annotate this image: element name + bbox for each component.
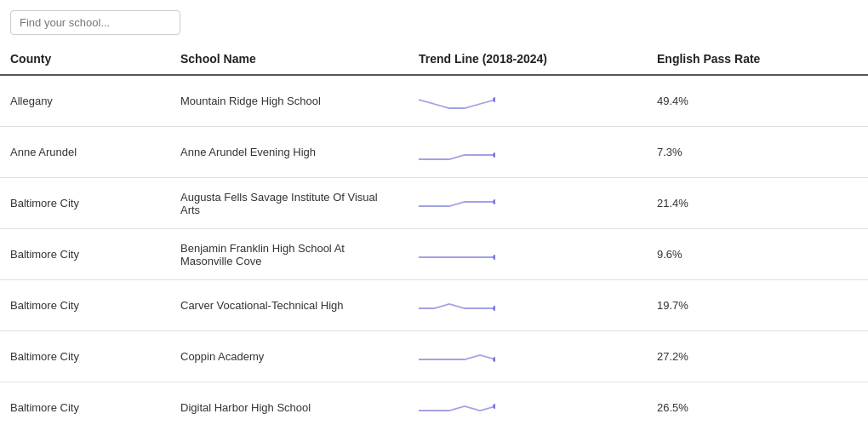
cell-rate: 19.7% — [647, 280, 868, 331]
cell-school: Benjamin Franklin High School At Masonvi… — [170, 229, 408, 280]
table-row: Baltimore CityAugusta Fells Savage Insti… — [0, 178, 868, 229]
trend-line-chart — [419, 292, 495, 319]
table-row: Baltimore CityCoppin Academy 27.2% — [0, 331, 868, 382]
table-header-row: County School Name Trend Line (2018-2024… — [0, 43, 868, 75]
column-header-county: County — [0, 43, 170, 75]
cell-school: Anne Arundel Evening High — [170, 127, 408, 178]
cell-county: Anne Arundel — [0, 127, 170, 178]
cell-county: Allegany — [0, 75, 170, 127]
cell-rate: 9.6% — [647, 229, 868, 280]
cell-school: Coppin Academy — [170, 331, 408, 382]
cell-school: Mountain Ridge High School — [170, 75, 408, 127]
cell-rate: 49.4% — [647, 75, 868, 127]
cell-rate: 7.3% — [647, 127, 868, 178]
table-row: Baltimore CityDigital Harbor High School… — [0, 382, 868, 432]
data-table-wrapper: County School Name Trend Line (2018-2024… — [0, 43, 868, 431]
table-row: Anne ArundelAnne Arundel Evening High 7.… — [0, 127, 868, 178]
cell-rate: 21.4% — [647, 178, 868, 229]
cell-rate: 27.2% — [647, 331, 868, 382]
cell-trend — [408, 382, 647, 432]
svg-point-3 — [493, 255, 495, 260]
svg-point-6 — [493, 404, 495, 409]
svg-point-1 — [493, 152, 495, 158]
cell-rate: 26.5% — [647, 382, 868, 432]
search-input[interactable] — [10, 10, 180, 35]
svg-point-0 — [493, 97, 495, 102]
svg-point-5 — [493, 357, 495, 362]
column-header-school: School Name — [170, 43, 408, 75]
column-header-rate: English Pass Rate — [647, 43, 868, 75]
search-container — [0, 0, 868, 43]
trend-line-chart — [419, 394, 495, 421]
cell-trend — [408, 127, 647, 178]
cell-trend — [408, 280, 647, 331]
trend-line-chart — [419, 343, 495, 370]
cell-county: Baltimore City — [0, 229, 170, 280]
svg-point-2 — [493, 199, 495, 204]
table-row: Baltimore CityCarver Vocational-Technica… — [0, 280, 868, 331]
cell-school: Augusta Fells Savage Institute Of Visual… — [170, 178, 408, 229]
cell-trend — [408, 75, 647, 127]
cell-trend — [408, 229, 647, 280]
cell-county: Baltimore City — [0, 280, 170, 331]
table-row: AlleganyMountain Ridge High School 49.4% — [0, 75, 868, 127]
cell-trend — [408, 331, 647, 382]
schools-table: County School Name Trend Line (2018-2024… — [0, 43, 868, 431]
trend-line-chart — [419, 190, 495, 216]
trend-line-chart — [419, 241, 495, 267]
cell-school: Digital Harbor High School — [170, 382, 408, 432]
cell-county: Baltimore City — [0, 178, 170, 229]
cell-county: Baltimore City — [0, 331, 170, 382]
cell-school: Carver Vocational-Technical High — [170, 280, 408, 331]
cell-county: Baltimore City — [0, 382, 170, 432]
column-header-trend: Trend Line (2018-2024) — [408, 43, 647, 75]
table-row: Baltimore CityBenjamin Franklin High Sch… — [0, 229, 868, 280]
trend-line-chart — [419, 139, 495, 165]
table-body: AlleganyMountain Ridge High School 49.4%… — [0, 75, 868, 431]
svg-point-4 — [493, 306, 495, 311]
trend-line-chart — [419, 88, 495, 114]
cell-trend — [408, 178, 647, 229]
